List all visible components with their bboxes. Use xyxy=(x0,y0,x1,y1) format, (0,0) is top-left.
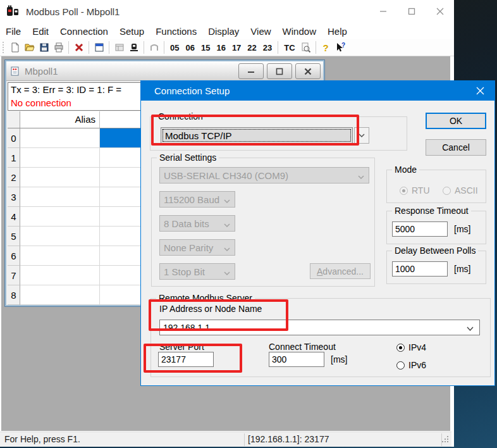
print-icon[interactable] xyxy=(51,40,66,54)
alias-cell[interactable] xyxy=(20,266,100,285)
response-timeout-label: Response Timeout xyxy=(392,206,471,216)
row-header[interactable]: 2 xyxy=(8,168,20,187)
mode-group: Mode RTU ASCII xyxy=(386,170,486,203)
data-bits-value: 8 Data bits xyxy=(164,218,209,229)
function-generic-icon[interactable] xyxy=(147,40,161,54)
advanced-button: Advanced... xyxy=(310,263,371,279)
toolbar-separator xyxy=(89,41,89,54)
disconnect-icon[interactable] xyxy=(71,40,86,54)
toolbar-separator xyxy=(316,41,316,54)
dialog-title-bar: Connection Setup xyxy=(141,81,494,101)
alias-cell[interactable] xyxy=(20,168,100,187)
menu-edit[interactable]: Edit xyxy=(27,26,54,37)
ipv6-radio-label: IPv6 xyxy=(408,360,426,370)
connect-timeout-unit: [ms] xyxy=(331,354,347,364)
function-22-button[interactable]: 22 xyxy=(244,43,259,53)
serial-port-value: USB-SERIAL CH340 (COM9) xyxy=(164,170,288,181)
ok-button[interactable]: OK xyxy=(426,113,486,129)
toolbar-separator xyxy=(164,41,164,54)
menu-setup[interactable]: Setup xyxy=(114,26,150,37)
status-bar: For Help, press F1. [192.168.1.1]: 23177 xyxy=(0,432,451,447)
menu-functions[interactable]: Functions xyxy=(150,26,202,37)
ipv6-radio[interactable]: IPv6 xyxy=(396,360,426,370)
alias-cell[interactable] xyxy=(20,285,100,305)
rtu-radio-label: RTU xyxy=(412,185,430,196)
rtu-radio: RTU xyxy=(400,185,430,196)
row-header[interactable]: 3 xyxy=(8,187,20,207)
connect-timeout-input[interactable] xyxy=(269,352,324,367)
zoom-document-icon[interactable] xyxy=(298,40,313,54)
poll-definition-icon[interactable] xyxy=(112,40,126,54)
alias-cell[interactable] xyxy=(20,246,100,266)
minimize-icon[interactable] xyxy=(369,0,397,23)
connect-timeout-label: Connect Timeout xyxy=(269,342,336,352)
cancel-button[interactable]: Cancel xyxy=(426,139,486,156)
row-header[interactable]: 7 xyxy=(8,266,20,285)
connection-setup-dialog: Connection Setup Connection Modbus TCP/I… xyxy=(140,80,495,386)
alias-cell[interactable] xyxy=(20,148,100,168)
dialog-close-icon[interactable] xyxy=(465,81,494,101)
chevron-down-icon xyxy=(358,170,364,181)
close-icon[interactable] xyxy=(426,0,454,23)
about-help-icon[interactable]: ? xyxy=(319,40,333,54)
menu-view[interactable]: View xyxy=(245,26,276,37)
new-file-icon[interactable] xyxy=(8,40,22,54)
menu-bar: File Edit Connection Setup Functions Dis… xyxy=(0,23,454,39)
function-16-button[interactable]: 16 xyxy=(213,43,228,53)
advanced-button-mnemonic: A xyxy=(317,266,322,277)
toolbar-grip[interactable] xyxy=(3,42,4,53)
toolbar-separator xyxy=(68,41,69,54)
serial-settings-group: Serial Settings USB-SERIAL CH340 (COM9) … xyxy=(151,158,375,287)
response-timeout-input[interactable] xyxy=(392,221,448,237)
ascii-radio-label: ASCII xyxy=(455,185,478,196)
radio-icon xyxy=(396,344,405,352)
setup-window-icon[interactable] xyxy=(92,40,106,54)
chevron-down-icon[interactable] xyxy=(467,323,474,333)
child-close-icon[interactable] xyxy=(295,63,321,79)
no-connection-text: No connection xyxy=(11,97,71,108)
row-header[interactable]: 6 xyxy=(8,246,20,266)
toolbar-separator xyxy=(278,41,278,54)
serial-settings-group-label: Serial Settings xyxy=(157,152,219,163)
menu-help[interactable]: Help xyxy=(322,26,353,37)
open-file-icon[interactable] xyxy=(22,40,37,54)
communication-traffic-icon[interactable] xyxy=(126,40,141,54)
baud-rate-value: 115200 Baud xyxy=(164,194,219,205)
menu-file[interactable]: File xyxy=(0,26,27,37)
menu-connection[interactable]: Connection xyxy=(54,26,114,37)
context-help-icon[interactable]: ? xyxy=(333,40,348,54)
desktop: Modbus Poll - Mbpoll1 File Edit Connecti… xyxy=(0,0,497,448)
resize-grip[interactable] xyxy=(442,435,449,445)
maximize-icon[interactable] xyxy=(397,0,426,23)
delay-between-polls-group: Delay Between Polls [ms] xyxy=(386,251,486,284)
child-maximize-icon[interactable] xyxy=(267,63,292,79)
function-15-button[interactable]: 15 xyxy=(198,43,213,53)
menu-window[interactable]: Window xyxy=(277,26,322,37)
row-header[interactable]: 0 xyxy=(8,128,20,148)
document-icon xyxy=(10,66,20,77)
row-header[interactable]: 1 xyxy=(8,148,20,168)
function-17-button[interactable]: 17 xyxy=(229,43,244,53)
child-minimize-icon[interactable] xyxy=(238,63,264,79)
alias-cell[interactable] xyxy=(20,207,100,227)
delay-unit: [ms] xyxy=(454,264,470,274)
parity-select: None Parity xyxy=(159,239,235,256)
stop-bits-select: 1 Stop Bit xyxy=(159,263,235,280)
row-header[interactable]: 5 xyxy=(8,227,20,246)
alias-cell[interactable] xyxy=(20,227,100,246)
test-center-button[interactable]: TC xyxy=(281,43,298,53)
alias-cell[interactable] xyxy=(20,128,100,148)
row-header[interactable]: 8 xyxy=(8,285,20,305)
alias-cell[interactable] xyxy=(20,187,100,207)
toolbar-separator xyxy=(144,41,144,54)
delay-input[interactable] xyxy=(392,261,448,277)
function-05-button[interactable]: 05 xyxy=(167,43,182,53)
ipv4-radio[interactable]: IPv4 xyxy=(396,342,426,352)
save-icon[interactable] xyxy=(37,40,51,54)
row-header[interactable]: 4 xyxy=(8,207,20,227)
menu-display[interactable]: Display xyxy=(202,26,245,37)
annotation-box-ip-address xyxy=(149,299,288,331)
alias-column-header[interactable]: Alias xyxy=(20,111,100,128)
function-23-button[interactable]: 23 xyxy=(260,43,275,53)
function-06-button[interactable]: 06 xyxy=(182,43,197,53)
